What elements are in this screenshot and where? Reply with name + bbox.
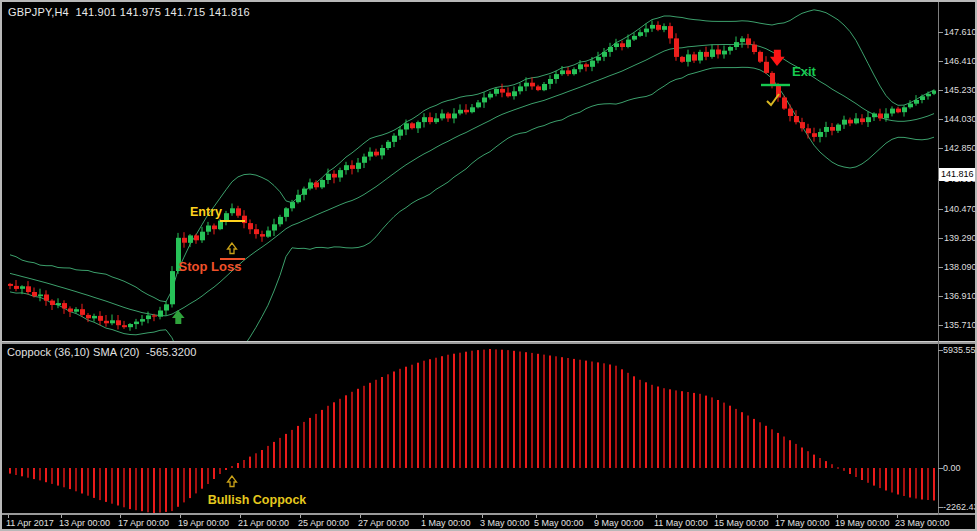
current-price-box: 141.816 [939,168,976,181]
time-axis-label: 11 May 00:00 [654,518,708,528]
time-axis-label: 5 May 00:00 [534,518,584,528]
indicator-axis-label: 5935.5505 [943,344,977,356]
time-axis-label: 17 Apr 00:00 [118,518,169,528]
time-axis-label: 11 Apr 2017 [6,518,54,528]
time-axis-label: 19 May 00:00 [835,518,890,528]
time-axis-label: 13 Apr 00:00 [59,518,110,528]
entry-up-arrow-icon[interactable] [228,243,237,254]
time-axis[interactable]: 11 Apr 201713 Apr 00:0017 Apr 00:0019 Ap… [2,515,975,531]
exit-label: Exit [792,64,817,79]
time-axis-label: 19 Apr 00:00 [178,518,229,528]
time-axis-label: 15 May 00:00 [714,518,769,528]
stop-loss-label: Stop Loss [179,259,242,274]
time-axis-label: 1 May 00:00 [421,518,471,528]
chart-title: GBPJPY,H4 141.901 141.975 141.715 141.81… [8,6,250,18]
check-mark-icon [767,94,779,105]
time-axis-label: 9 May 00:00 [594,518,644,528]
bullish-coppock-label: Bullish Coppock [208,493,307,507]
indicator-axis[interactable]: 5935.55050.00-2262.4305 [938,2,977,513]
bollinger-bands [10,10,934,341]
indicator-axis-label: -2262.4305 [943,501,977,513]
bullish-up-arrow-icon[interactable] [228,476,237,487]
indicator-panel[interactable]: Bullish Coppock Coppock (36,10) SMA (20)… [2,344,936,513]
buy-arrow-icon[interactable] [172,310,185,324]
main-chart-panel[interactable]: Entry Stop Loss Exit GBPJPY,H4 141.901 1… [2,2,936,341]
chart-window: Entry Stop Loss Exit GBPJPY,H4 141.901 1… [0,0,977,531]
indicator-axis-label: 0.00 [943,462,961,474]
time-axis-label: 17 May 00:00 [775,518,830,528]
coppock-histogram [9,349,935,513]
time-axis-label: 3 May 00:00 [480,518,530,528]
time-axis-label: 21 Apr 00:00 [238,518,289,528]
main-chart-canvas[interactable]: Entry Stop Loss Exit [4,4,936,341]
time-axis-label: 25 Apr 00:00 [298,518,349,528]
indicator-canvas[interactable]: Bullish Coppock [4,344,936,513]
time-axis-label: 23 May 00:00 [895,518,950,528]
time-axis-label: 27 Apr 00:00 [358,518,409,528]
indicator-label: Coppock (36,10) SMA (20) -565.3200 [7,346,196,358]
entry-label: Entry [190,205,222,219]
